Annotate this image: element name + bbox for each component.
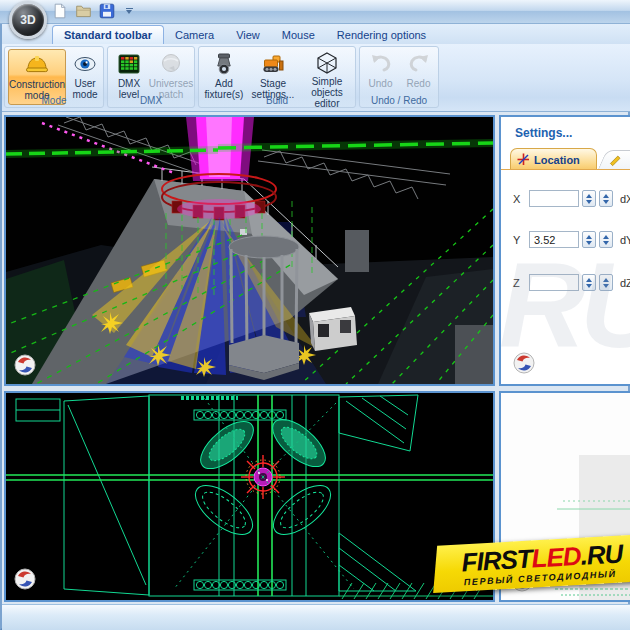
quick-access-toolbar bbox=[52, 3, 136, 19]
dy-label: dY bbox=[620, 234, 630, 246]
eye-icon bbox=[72, 51, 98, 77]
vendor-logo-orb bbox=[14, 568, 36, 590]
led-grid-icon bbox=[116, 51, 142, 77]
axes-icon bbox=[517, 153, 530, 166]
wireframe-cube-icon bbox=[314, 51, 340, 75]
group-label: DMX bbox=[108, 95, 194, 106]
hard-hat-icon bbox=[24, 52, 50, 78]
z-input[interactable] bbox=[529, 274, 579, 291]
tab-location[interactable]: Location bbox=[510, 148, 597, 170]
toolbar-dropdown-icon[interactable] bbox=[122, 4, 136, 18]
top-view-scene bbox=[6, 393, 493, 600]
application-window: 3D Standard toolbar Camera View Mouse Re… bbox=[0, 0, 630, 630]
x-label: X bbox=[501, 193, 527, 205]
tab-camera[interactable]: Camera bbox=[164, 26, 225, 44]
dz-label: dZ bbox=[620, 277, 630, 289]
y-label: Y bbox=[501, 234, 527, 246]
group-undo-redo: Undo Redo Undo / Redo bbox=[359, 46, 439, 108]
undo-arrow-icon bbox=[368, 51, 394, 77]
new-document-icon[interactable] bbox=[52, 3, 68, 19]
group-dmx: DMX level Universes patch DMX bbox=[107, 46, 195, 108]
settings-panel-title: Settings... bbox=[515, 126, 572, 140]
group-label: Build bbox=[199, 95, 355, 106]
vendor-logo-orb bbox=[513, 352, 535, 374]
save-icon[interactable] bbox=[99, 3, 115, 19]
x-row: X dX bbox=[501, 189, 630, 208]
ribbon: Construction mode User mode Mode DMX bbox=[2, 44, 630, 112]
settings-panel: Settings... Location X dX Y bbox=[499, 115, 630, 386]
y-row: Y dY bbox=[501, 230, 630, 249]
x-coarse-stepper[interactable] bbox=[599, 190, 613, 207]
group-label: Mode bbox=[5, 95, 103, 106]
z-coarse-stepper[interactable] bbox=[599, 274, 613, 291]
group-label: Undo / Redo bbox=[360, 95, 438, 106]
stage-3d-scene bbox=[6, 117, 493, 384]
settings-tab-strip: Location bbox=[501, 148, 630, 170]
x-input[interactable] bbox=[529, 190, 579, 207]
tab-location-label: Location bbox=[534, 154, 580, 166]
title-bar bbox=[0, 0, 630, 24]
tab-view[interactable]: View bbox=[225, 26, 271, 44]
viewport-3d[interactable] bbox=[4, 115, 495, 386]
tab-edit-cutoff[interactable] bbox=[598, 150, 630, 170]
button-label: Redo bbox=[407, 78, 431, 89]
status-bar bbox=[2, 604, 630, 630]
group-mode: Construction mode User mode Mode bbox=[4, 46, 104, 108]
group-build: Add fixture(s) Stage settings... Simple … bbox=[198, 46, 356, 108]
tab-rendering-options[interactable]: Rendering options bbox=[326, 26, 437, 44]
open-folder-icon[interactable] bbox=[75, 3, 92, 19]
globe-patch-icon bbox=[158, 51, 184, 77]
tab-mouse[interactable]: Mouse bbox=[271, 26, 326, 44]
tab-standard-toolbar[interactable]: Standard toolbar bbox=[52, 25, 164, 44]
redo-arrow-icon bbox=[406, 51, 432, 77]
viewport-top-view[interactable]: X bbox=[4, 391, 495, 602]
pencil-icon bbox=[609, 154, 623, 168]
bulldozer-icon bbox=[260, 51, 286, 77]
application-menu-button[interactable]: 3D bbox=[9, 1, 47, 39]
app-orb-label: 3D bbox=[20, 13, 35, 27]
vendor-logo-orb bbox=[14, 354, 36, 376]
z-fine-stepper[interactable] bbox=[582, 274, 596, 291]
z-row: Z dZ bbox=[501, 273, 630, 292]
ribbon-tab-bar: Standard toolbar Camera View Mouse Rende… bbox=[2, 24, 630, 44]
y-coarse-stepper[interactable] bbox=[599, 231, 613, 248]
fixture-icon bbox=[211, 51, 237, 77]
dx-label: dX bbox=[620, 193, 630, 205]
y-fine-stepper[interactable] bbox=[582, 231, 596, 248]
tab-baseline bbox=[501, 169, 630, 170]
y-input[interactable] bbox=[529, 231, 579, 248]
button-label: Undo bbox=[369, 78, 393, 89]
x-fine-stepper[interactable] bbox=[582, 190, 596, 207]
z-label: Z bbox=[501, 277, 527, 289]
